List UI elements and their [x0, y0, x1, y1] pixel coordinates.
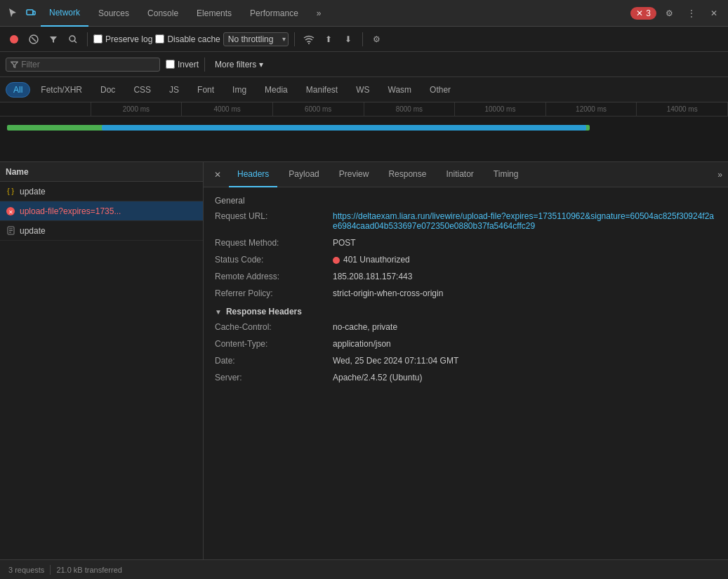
tab-network[interactable]: Network	[41, 0, 88, 27]
search-button[interactable]	[65, 31, 81, 48]
preserve-log-checkbox[interactable]: Preserve log	[93, 34, 152, 44]
referrer-policy-value: strict-origin-when-cross-origin	[333, 288, 717, 298]
throttle-select[interactable]: No throttling Fast 3G Slow 3G Offline	[223, 32, 289, 46]
error-count: 3	[646, 8, 651, 18]
filter-toggle-button[interactable]	[45, 31, 62, 48]
type-btn-font[interactable]: Font	[190, 82, 222, 98]
doc-icon	[6, 226, 15, 236]
request-url-value[interactable]: https://deltaexam.liara.run/livewire/upl…	[333, 211, 717, 231]
detail-tab-timing[interactable]: Timing	[485, 162, 527, 187]
content-type-value: application/json	[333, 339, 717, 349]
tick-6000: 6000 ms	[273, 102, 364, 116]
type-btn-all[interactable]: All	[6, 82, 30, 98]
svg-text:✕: ✕	[8, 208, 13, 215]
request-method-row: Request Method: POST	[215, 238, 717, 248]
close-icon: ✕	[636, 8, 643, 18]
type-btn-css[interactable]: CSS	[126, 82, 159, 98]
server-row: Server: Apache/2.4.52 (Ubuntu)	[215, 373, 717, 382]
devtools-close-icon[interactable]: ✕	[704, 4, 724, 23]
type-btn-wasm[interactable]: Wasm	[380, 82, 420, 98]
more-filters-button[interactable]: More filters ▾	[211, 58, 267, 71]
type-btn-other[interactable]: Other	[422, 82, 458, 98]
svg-point-2	[10, 35, 18, 44]
filter-divider	[204, 58, 205, 72]
invert-checkbox[interactable]: Invert	[166, 60, 199, 69]
timeline-ruler: 2000 ms 4000 ms 6000 ms 8000 ms 10000 ms…	[0, 102, 728, 117]
network-toolbar: Preserve log Disable cache No throttling…	[0, 27, 728, 52]
invert-input[interactable]	[166, 60, 175, 69]
detail-tab-payload[interactable]: Payload	[280, 162, 327, 187]
status-code-value: 401 Unauthorized	[333, 255, 717, 265]
response-headers-section[interactable]: Response Headers	[215, 307, 717, 317]
detail-close-button[interactable]: ✕	[209, 166, 226, 183]
type-btn-manifest[interactable]: Manifest	[298, 82, 345, 98]
status-bar: 3 requests 21.0 kB transferred	[0, 559, 728, 579]
toolbar-divider-3	[362, 32, 363, 46]
svg-point-7	[308, 43, 310, 44]
tick-12000: 12000 ms	[546, 102, 637, 116]
download-icon[interactable]: ⬇	[340, 31, 357, 48]
svg-line-4	[32, 37, 36, 41]
detail-tabs-more[interactable]: »	[717, 170, 722, 180]
json-icon: { }	[6, 187, 15, 197]
content-type-key: Content-Type:	[215, 339, 327, 349]
tab-console[interactable]: Console	[139, 0, 187, 27]
request-item-upload[interactable]: ✕ upload-file?expires=1735...	[0, 201, 203, 221]
type-btn-js[interactable]: JS	[161, 82, 187, 98]
detail-tab-response[interactable]: Response	[380, 162, 435, 187]
toolbar-divider-1	[87, 32, 88, 46]
device-icon[interactable]	[22, 5, 39, 22]
request-name-update-1: update	[20, 187, 197, 197]
request-name-upload: upload-file?expires=1735...	[20, 206, 197, 216]
right-panel: ✕ Headers Payload Preview Response Initi…	[204, 162, 728, 559]
network-settings-icon[interactable]: ⚙	[369, 31, 385, 48]
upload-icon[interactable]: ⬆	[320, 31, 337, 48]
svg-line-6	[74, 41, 77, 43]
error-count-badge[interactable]: ✕ 3	[630, 7, 656, 20]
detail-tab-headers[interactable]: Headers	[229, 162, 277, 187]
status-code-row: Status Code: 401 Unauthorized	[215, 255, 717, 265]
tab-sources[interactable]: Sources	[90, 0, 138, 27]
toolbar-divider-2	[294, 32, 295, 46]
tick-10000: 10000 ms	[455, 102, 546, 116]
wifi-icon[interactable]	[300, 31, 317, 48]
server-key: Server:	[215, 373, 327, 382]
name-column-header: Name	[0, 162, 203, 182]
type-btn-media[interactable]: Media	[257, 82, 296, 98]
cursor-icon[interactable]	[4, 5, 21, 22]
disable-cache-checkbox[interactable]: Disable cache	[155, 34, 220, 44]
request-item-update-2[interactable]: update	[0, 221, 203, 241]
status-code-key: Status Code:	[215, 255, 327, 265]
type-btn-ws[interactable]: WS	[348, 82, 377, 98]
detail-tab-initiator[interactable]: Initiator	[437, 162, 482, 187]
left-panel: Name { } update ✕ upload-file?expires=17…	[0, 162, 204, 559]
remote-address-row: Remote Address: 185.208.181.157:443	[215, 272, 717, 281]
kebab-icon[interactable]: ⋮	[682, 4, 701, 23]
tab-performance[interactable]: Performance	[241, 0, 307, 27]
tick-4000: 4000 ms	[182, 102, 273, 116]
tab-more[interactable]: »	[308, 0, 330, 27]
filter-input[interactable]	[21, 60, 155, 69]
preserve-log-input[interactable]	[93, 34, 102, 44]
type-btn-fetchxhr[interactable]: Fetch/XHR	[33, 82, 90, 98]
clear-button[interactable]	[25, 31, 42, 48]
status-dot	[333, 257, 340, 264]
type-btn-img[interactable]: Img	[225, 82, 254, 98]
filter-bar: Invert More filters ▾	[0, 52, 728, 77]
detail-content: General Request URL: https://deltaexam.l…	[204, 187, 728, 559]
transferred-size: 21.0 kB transferred	[56, 566, 122, 574]
request-url-key: Request URL:	[215, 211, 327, 221]
disable-cache-input[interactable]	[155, 34, 164, 44]
tab-elements[interactable]: Elements	[188, 0, 240, 27]
settings-icon[interactable]: ⚙	[659, 4, 679, 23]
request-item-update-1[interactable]: { } update	[0, 182, 203, 201]
detail-tab-preview[interactable]: Preview	[331, 162, 378, 187]
timeline-bar-blue	[102, 125, 586, 131]
record-button[interactable]	[6, 31, 22, 48]
detail-tab-bar: ✕ Headers Payload Preview Response Initi…	[204, 162, 728, 187]
type-btn-doc[interactable]: Doc	[93, 82, 123, 98]
remote-address-key: Remote Address:	[215, 272, 327, 281]
tick-0	[0, 102, 91, 116]
server-value: Apache/2.4.52 (Ubuntu)	[333, 373, 717, 382]
cache-control-key: Cache-Control:	[215, 322, 327, 332]
